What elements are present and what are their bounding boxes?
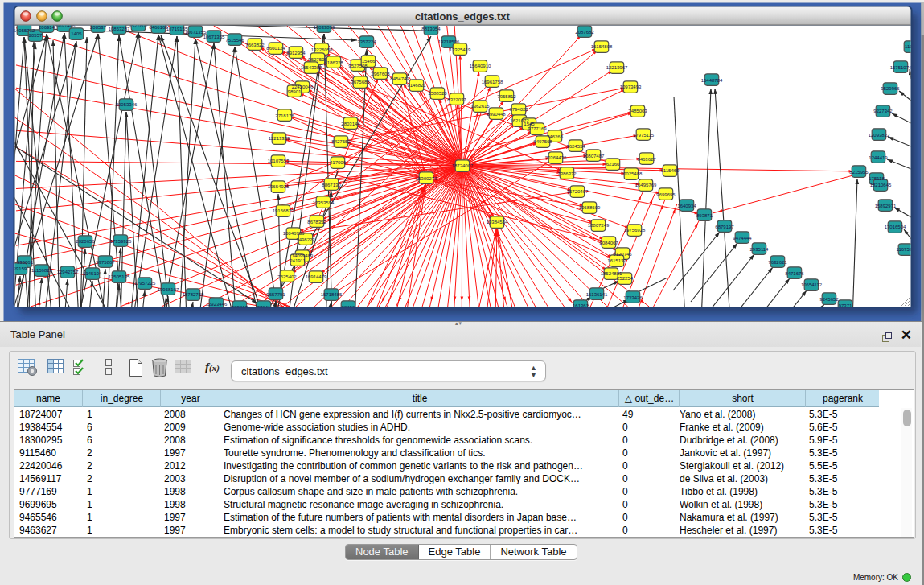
svg-text:9115460: 9115460 <box>661 168 680 173</box>
svg-text:9699695: 9699695 <box>656 192 676 197</box>
svg-text:15720407: 15720407 <box>567 189 589 194</box>
svg-text:8454749: 8454749 <box>390 76 409 81</box>
svg-text:17359926: 17359926 <box>110 239 132 244</box>
svg-text:2718176: 2718176 <box>275 113 294 118</box>
svg-text:8813054: 8813054 <box>421 27 441 31</box>
svg-text:7632621: 7632621 <box>768 260 787 265</box>
svg-text:2803144: 2803144 <box>341 122 360 126</box>
svg-text:3498222: 3498222 <box>296 237 315 242</box>
svg-text:7357224: 7357224 <box>357 39 376 44</box>
svg-text:15640910: 15640910 <box>470 64 491 68</box>
svg-text:6120746: 6120746 <box>613 252 632 257</box>
svg-text:8678352: 8678352 <box>307 220 326 225</box>
svg-text:15751074: 15751074 <box>890 65 912 70</box>
svg-text:8322037: 8322037 <box>447 97 466 102</box>
svg-text:2967608: 2967608 <box>371 72 390 76</box>
svg-text:6879197: 6879197 <box>715 225 734 229</box>
svg-text:13226058: 13226058 <box>311 47 333 52</box>
svg-text:15718485: 15718485 <box>321 292 343 297</box>
svg-text:62160: 62160 <box>606 162 620 167</box>
svg-text:7955812: 7955812 <box>497 94 516 99</box>
svg-text:16914479: 16914479 <box>306 274 327 279</box>
svg-text:98901: 98901 <box>288 89 302 94</box>
svg-text:6497568: 6497568 <box>533 139 552 144</box>
svg-text:8990448: 8990448 <box>487 112 506 117</box>
svg-text:12923446: 12923446 <box>206 302 228 307</box>
svg-text:9146821: 9146821 <box>407 83 426 88</box>
svg-text:39159: 39159 <box>14 266 27 271</box>
svg-text:9227342: 9227342 <box>873 109 893 113</box>
svg-text:18724007: 18724007 <box>452 163 474 168</box>
svg-text:9084067: 9084067 <box>599 241 618 245</box>
svg-text:1640934: 1640934 <box>677 204 696 208</box>
svg-text:10688609: 10688609 <box>579 205 601 210</box>
svg-text:2020656: 2020656 <box>76 239 95 244</box>
svg-text:1244419: 1244419 <box>869 155 888 160</box>
svg-text:10807487: 10807487 <box>583 154 605 159</box>
svg-text:9527508: 9527508 <box>348 64 368 68</box>
svg-text:241911: 241911 <box>290 258 306 263</box>
svg-text:citations_edges.txt: citations_edges.txt <box>415 10 510 23</box>
svg-text:8427552: 8427552 <box>331 139 351 144</box>
svg-text:9245652: 9245652 <box>819 297 839 302</box>
svg-text:10671355: 10671355 <box>203 35 225 39</box>
svg-text:12213389: 12213389 <box>269 136 290 141</box>
svg-text:18210645: 18210645 <box>870 183 892 187</box>
svg-text:9463627: 9463627 <box>637 157 656 162</box>
svg-text:16495769: 16495769 <box>635 183 657 187</box>
svg-text:12093822: 12093822 <box>869 133 890 138</box>
svg-text:12213967: 12213967 <box>606 65 628 70</box>
svg-text:1733426: 1733426 <box>623 295 643 300</box>
svg-text:10654112: 10654112 <box>801 282 823 287</box>
svg-text:3675685: 3675685 <box>351 80 370 84</box>
svg-text:7386372: 7386372 <box>557 171 577 176</box>
svg-text:417006: 417006 <box>330 160 347 165</box>
svg-text:17016504: 17016504 <box>885 225 906 229</box>
svg-text:6794028: 6794028 <box>509 107 528 112</box>
svg-text:9975867: 9975867 <box>96 260 115 265</box>
svg-text:10958107: 10958107 <box>158 287 179 292</box>
svg-text:19218506: 19218506 <box>438 39 460 44</box>
svg-text:13325419: 13325419 <box>450 47 471 52</box>
svg-text:8471676: 8471676 <box>785 271 804 276</box>
svg-text:15892971: 15892971 <box>875 204 897 208</box>
svg-text:16136141: 16136141 <box>586 292 608 297</box>
svg-text:8660124: 8660124 <box>266 46 285 51</box>
svg-text:1362615: 1362615 <box>470 104 490 109</box>
svg-text:10107553: 10107553 <box>268 159 290 163</box>
svg-text:16033809: 16033809 <box>314 25 335 30</box>
svg-text:1588520: 1588520 <box>428 91 447 96</box>
svg-text:15300273: 15300273 <box>416 176 437 181</box>
svg-text:2087682: 2087682 <box>575 30 594 35</box>
svg-text:20364436: 20364436 <box>545 155 567 160</box>
svg-text:9777169: 9777169 <box>528 126 547 131</box>
svg-text:175118: 175118 <box>869 176 885 181</box>
svg-text:10853287: 10853287 <box>109 27 130 31</box>
svg-text:10046756: 10046756 <box>283 231 305 236</box>
svg-text:7515546: 7515546 <box>225 38 244 43</box>
svg-text:8912954: 8912954 <box>286 51 306 56</box>
svg-text:893871: 893871 <box>696 213 713 218</box>
svg-text:19166829: 19166829 <box>273 208 294 213</box>
svg-text:17975115: 17975115 <box>633 133 655 138</box>
svg-text:20557: 20557 <box>29 33 43 38</box>
svg-text:15466: 15466 <box>362 59 376 64</box>
svg-text:9474444: 9474444 <box>733 236 752 241</box>
svg-text:3624554: 3624554 <box>566 144 585 149</box>
svg-text:16961758: 16961758 <box>482 80 503 84</box>
svg-text:7663822: 7663822 <box>245 43 265 47</box>
svg-text:10025488: 10025488 <box>621 171 643 176</box>
svg-text:19654925: 19654925 <box>268 184 290 189</box>
svg-text:20053346: 20053346 <box>116 102 138 107</box>
svg-text:8186328: 8186328 <box>324 60 343 65</box>
svg-text:8867130: 8867130 <box>322 183 341 187</box>
svg-text:7625402: 7625402 <box>277 274 297 279</box>
svg-text:7485003: 7485003 <box>628 109 647 113</box>
svg-text:17957225: 17957225 <box>134 281 156 286</box>
svg-text:935061: 935061 <box>17 260 34 265</box>
svg-text:16543382: 16543382 <box>301 65 322 70</box>
svg-text:8215955: 8215955 <box>849 170 869 175</box>
svg-text:2935114: 2935114 <box>750 247 770 252</box>
svg-text:252254: 252254 <box>617 276 634 281</box>
svg-text:11156829: 11156829 <box>31 268 52 273</box>
